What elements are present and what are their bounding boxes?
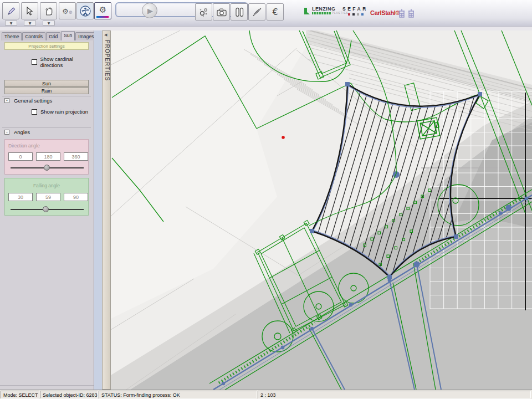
euro-icon: € (272, 7, 278, 17)
direction-value-input[interactable] (36, 152, 60, 161)
partner-logo-4 (398, 8, 417, 21)
lenzing-mark-icon (304, 7, 311, 16)
tab-grid[interactable]: Grid (46, 32, 60, 40)
draw-pencil-button[interactable] (2, 2, 19, 19)
main-toolbar: ⚙⚙ ⚙ ▼ ▼ ▼ ▶ (0, 0, 532, 27)
play-button[interactable]: ▶ (142, 3, 157, 18)
angles-label: Angles (14, 129, 30, 135)
rain-button[interactable]: Rain (4, 87, 89, 94)
tab-sun[interactable]: Sun (61, 31, 75, 40)
pan-hand-button[interactable] (40, 2, 57, 19)
status-selected: Selected object-ID: 6283 (40, 391, 98, 398)
direction-min-input[interactable] (8, 152, 33, 161)
vitruvian-man-icon (79, 5, 91, 17)
show-cardinal-label: Show cardinal directions (40, 56, 94, 68)
properties-label: PROPERTIES (104, 40, 110, 81)
carlstahl-logo: CarlStahl® (370, 9, 400, 16)
properties-tab[interactable]: ◀ PROPERTIES (102, 30, 111, 390)
color-gradient-bar (96, 16, 109, 18)
show-rain-checkbox[interactable] (32, 109, 37, 115)
direction-angle-panel: Direction angle (4, 139, 89, 175)
human-model-button[interactable] (76, 2, 94, 19)
camera-icon (216, 7, 227, 17)
tab-theme[interactable]: Theme (2, 32, 22, 40)
pencil-icon (6, 6, 16, 16)
gear-icon: ⚙ (99, 5, 106, 15)
lenzing-bar (312, 12, 331, 14)
small-gears-icon (198, 7, 209, 18)
falling-angle-label: Falling angle (5, 183, 88, 188)
tab-images[interactable]: Images (75, 32, 96, 40)
falling-slider-handle[interactable] (43, 206, 49, 212)
cursor-dropdown[interactable]: ▼ (24, 21, 36, 25)
status-zoom: 2 : 103 (258, 391, 531, 398)
select-cursor-button[interactable] (21, 2, 38, 19)
falling-angle-panel: Falling angle (4, 178, 89, 216)
falling-min-input[interactable] (8, 193, 33, 201)
sun-button[interactable]: Sun (4, 80, 89, 87)
columns-button[interactable] (231, 3, 248, 21)
sidebar-tabs: Theme Controls Grid Sun Images (2, 31, 97, 40)
direction-angle-label: Direction angle (8, 143, 40, 149)
sidebar-bottom-strip (0, 385, 94, 390)
direction-max-input[interactable] (64, 152, 88, 161)
render-settings-button[interactable]: ⚙ (94, 2, 111, 19)
collapse-icon[interactable]: - (4, 130, 9, 135)
feather-button[interactable] (248, 3, 265, 21)
partner-logos: LENZING PLASTICS SEFAR CarlStahl® (299, 7, 532, 23)
camera-button[interactable] (213, 3, 230, 21)
snapshot-gears-button[interactable] (195, 3, 212, 21)
collapse-icon[interactable]: - (4, 98, 9, 103)
feather-icon (252, 7, 263, 18)
cad-viewport[interactable] (111, 30, 532, 390)
direction-slider-handle[interactable] (44, 165, 50, 171)
cad-canvas[interactable] (111, 30, 532, 390)
falling-max-input[interactable] (64, 193, 88, 201)
lenzing-logo: LENZING PLASTICS (304, 7, 349, 16)
status-bar: Mode: SELECT Selected object-ID: 6283 ST… (0, 390, 532, 399)
red-marker (282, 136, 285, 139)
pencil-dropdown[interactable]: ▼ (5, 21, 17, 25)
show-rain-label: Show rain projection (40, 109, 88, 115)
hand-icon (44, 6, 54, 16)
status-mode: Mode: SELECT (1, 391, 39, 398)
sefar-text: SEFAR (342, 7, 368, 12)
partner-logo-4-icon (398, 8, 417, 19)
show-rain-row: Show rain projection (32, 109, 88, 115)
panel-gap (94, 30, 102, 390)
euro-button[interactable]: € (267, 3, 284, 21)
gears-icon: ⚙⚙ (62, 6, 73, 16)
angles-section[interactable]: - Angles (2, 127, 91, 136)
hand-dropdown[interactable]: ▼ (43, 21, 55, 25)
transform-gears-button[interactable]: ⚙⚙ (59, 2, 76, 19)
general-settings-label: General settings (14, 98, 52, 104)
general-settings-section[interactable]: - General settings (2, 96, 91, 105)
sefar-squares (348, 13, 368, 16)
show-cardinal-row: Show cardinal directions (32, 56, 94, 68)
show-cardinal-checkbox[interactable] (32, 59, 37, 65)
columns-icon (234, 7, 244, 18)
settings-sidebar: Theme Controls Grid Sun Images Projectio… (0, 30, 94, 390)
chevron-left-icon[interactable]: ◀ (104, 33, 107, 37)
tab-controls[interactable]: Controls (22, 32, 45, 40)
falling-value-input[interactable] (36, 193, 60, 201)
status-process: STATUS: Form-finding process: OK (99, 391, 257, 398)
projection-settings-header: Projection settings (4, 42, 89, 50)
sefar-logo: SEFAR (342, 7, 368, 16)
cursor-icon (25, 6, 35, 16)
